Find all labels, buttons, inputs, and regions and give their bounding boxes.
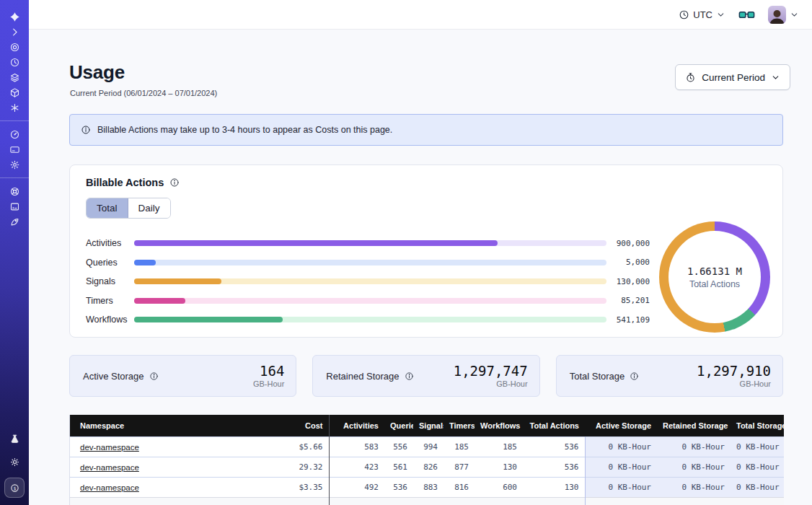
table-cell: 0 KB-Hour xyxy=(585,437,657,457)
sidebar-item-labs[interactable] xyxy=(6,431,22,446)
getting-started-icon xyxy=(9,216,20,227)
table-cell: 185 xyxy=(475,437,523,457)
storage-card-unit: GB-Hour xyxy=(496,379,527,389)
table-cell: 0 KB-Hour xyxy=(585,478,657,498)
table-cell-value: 185 xyxy=(503,442,517,452)
table-cell-value: 0 KB-Hour xyxy=(608,483,651,492)
sidebar-item-pricing[interactable]: $ xyxy=(4,478,25,498)
bar-row: Signals130,000 xyxy=(86,272,650,291)
sidebar-item-billing[interactable] xyxy=(6,142,22,157)
sidebar-item-interactions[interactable] xyxy=(6,100,22,115)
period-selector-button[interactable]: Current Period xyxy=(675,64,790,90)
table-cell-value: 877 xyxy=(454,462,469,472)
info-icon xyxy=(81,125,91,135)
storage-card-unit: GB-Hour xyxy=(253,379,284,389)
table-cell: 816 xyxy=(443,478,475,498)
tab-total[interactable]: Total xyxy=(87,198,128,218)
table-cell-value: 600 xyxy=(503,483,517,492)
column-header: Activities xyxy=(329,415,384,437)
svg-text:$: $ xyxy=(13,485,16,490)
namespace-link[interactable]: dev-namespace xyxy=(80,483,139,492)
table-row-partial xyxy=(70,498,784,505)
table-cell-value: 536 xyxy=(393,483,407,492)
bar-label: Signals xyxy=(86,276,134,286)
table-cell: 536 xyxy=(523,457,585,478)
table-cell: dev-namespace xyxy=(70,478,261,498)
table-cell: 0 KB-Hour xyxy=(731,437,784,457)
sidebar-item-temporal-logo[interactable] xyxy=(6,9,22,24)
chevron-down-icon xyxy=(790,10,799,19)
info-icon[interactable] xyxy=(169,177,180,188)
info-icon[interactable] xyxy=(149,372,159,381)
main-content: Usage Current Period (06/01/2024 – 07/01… xyxy=(29,30,812,505)
table-header-row: NamespaceCostActivitiesQueriesSignalsTim… xyxy=(70,415,784,437)
table-cell: dev-namespace xyxy=(70,457,261,478)
sidebar-item-deployments[interactable] xyxy=(6,85,22,100)
sidebar-item-settings[interactable] xyxy=(6,157,22,172)
tab-daily[interactable]: Daily xyxy=(128,198,170,218)
user-menu[interactable] xyxy=(768,6,799,24)
info-banner-text: Billable Actions may take up to 3-4 hour… xyxy=(97,125,392,135)
page-subtitle: Current Period (06/01/2024 – 07/01/2024) xyxy=(70,89,217,97)
timezone-selector[interactable]: UTC xyxy=(679,9,725,20)
info-icon[interactable] xyxy=(630,372,639,381)
chevron-down-icon xyxy=(771,73,780,82)
sidebar-item-support[interactable] xyxy=(6,184,22,198)
storage-card-label: Total Storage xyxy=(570,371,625,382)
billable-bar-chart: Activities900,000Queries5,000Signals130,… xyxy=(86,234,650,330)
table-cell-value: 130 xyxy=(565,483,579,492)
table-cell: 556 xyxy=(384,437,413,457)
sidebar-divider xyxy=(0,177,29,178)
sidebar-divider xyxy=(0,120,29,121)
total-actions-donut-chart: 1.66131 M Total Actions xyxy=(659,221,770,333)
topbar: UTC xyxy=(29,0,812,30)
billable-actions-title: Billable Actions xyxy=(86,177,164,188)
theme-icon xyxy=(9,457,20,467)
storage-card-value: 1,297,910 xyxy=(697,364,771,379)
table-cell-value: 0 KB-Hour xyxy=(681,483,725,492)
table-cell: 600 xyxy=(475,478,523,498)
billable-actions-card: Billable Actions Total Daily Activities9… xyxy=(69,164,783,338)
namespace-link[interactable]: dev-namespace xyxy=(80,463,139,472)
bar-label: Timers xyxy=(86,296,134,306)
info-icon[interactable] xyxy=(405,372,414,381)
table-cell: 492 xyxy=(329,478,384,498)
column-header: Cost xyxy=(261,415,329,437)
table-row: dev-namespace29.324235618268771305360 KB… xyxy=(70,457,784,478)
sidebar-item-docs[interactable] xyxy=(6,199,22,214)
total-storage-card: Total Storage 1,297,910 GB-Hour xyxy=(556,355,783,397)
column-header: Namespace xyxy=(70,415,261,437)
table-cell: 185 xyxy=(443,437,475,457)
sidebar-item-layers[interactable] xyxy=(6,70,22,84)
table-cell: 0 KB-Hour xyxy=(657,437,731,457)
column-header: Active Storage xyxy=(585,415,657,437)
sidebar-item-usage[interactable] xyxy=(6,127,22,141)
namespace-link[interactable]: dev-namespace xyxy=(80,443,139,452)
table-cell-value: 0 KB-Hour xyxy=(736,483,780,492)
column-header: Total Actions xyxy=(523,415,585,437)
table-cell-value: 0 KB-Hour xyxy=(608,462,651,472)
storage-card-value: 1,297,747 xyxy=(454,364,528,379)
storage-summary-row: Active Storage 164 GB-Hour Retained Stor… xyxy=(69,355,783,397)
deployments-icon xyxy=(9,87,20,98)
table-cell: 877 xyxy=(443,457,475,478)
sidebar-item-schedules[interactable] xyxy=(6,55,22,69)
storage-card-label: Retained Storage xyxy=(326,371,399,382)
table-cell-value: 185 xyxy=(454,442,469,452)
bar-value: 5,000 xyxy=(606,258,650,267)
bar-label: Queries xyxy=(86,258,134,268)
feedback-glasses-icon[interactable] xyxy=(738,9,755,20)
bar-track xyxy=(134,240,606,246)
bar-value: 130,000 xyxy=(606,277,650,286)
bar-fill xyxy=(134,240,498,246)
sidebar: $ xyxy=(0,0,29,505)
table-cell: $3.35 xyxy=(261,478,329,498)
table-cell-value: 826 xyxy=(423,462,438,472)
sidebar-item-namespaces[interactable] xyxy=(6,40,22,54)
sidebar-item-expand[interactable] xyxy=(6,25,22,39)
sidebar-item-theme[interactable] xyxy=(6,454,22,469)
bar-row: Queries5,000 xyxy=(86,253,650,273)
table-cell: 0 KB-Hour xyxy=(657,478,731,498)
sidebar-item-getting-started[interactable] xyxy=(6,214,22,229)
table-cell-value: 29.32 xyxy=(299,462,322,472)
